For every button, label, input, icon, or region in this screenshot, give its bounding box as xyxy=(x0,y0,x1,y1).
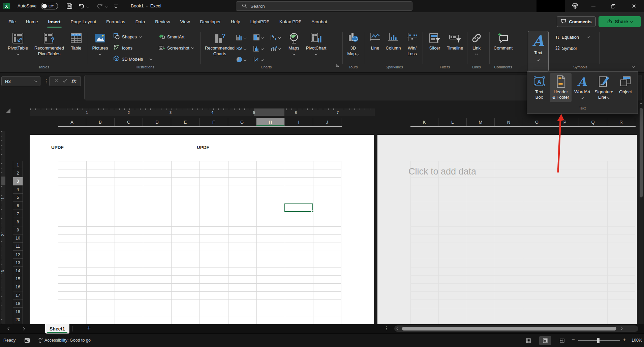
column-header-P[interactable]: P xyxy=(551,118,579,126)
zoom-slider-handle[interactable] xyxy=(597,338,600,343)
column-header-M[interactable]: M xyxy=(467,118,495,126)
page-header-left[interactable]: UPDF xyxy=(51,145,64,150)
dropdown-item-text-box[interactable]: ATextBox xyxy=(528,73,550,102)
tab-data[interactable]: Data xyxy=(130,17,150,27)
row-header-11[interactable]: 11 xyxy=(13,243,23,251)
insert-pie-chart-button[interactable] xyxy=(236,55,253,66)
addin-gem-icon[interactable] xyxy=(568,0,582,12)
tab-lightpdf[interactable]: LightPDF xyxy=(245,17,274,27)
insert-line-chart-button[interactable] xyxy=(236,43,253,55)
shapes-button[interactable]: Shapes xyxy=(113,33,141,40)
text-menu-button[interactable]: A Text xyxy=(528,31,549,71)
row-header-8[interactable]: 8 xyxy=(13,218,23,226)
column-header-J[interactable]: J xyxy=(313,118,341,126)
table-button[interactable]: Table xyxy=(67,31,85,71)
row-header-3[interactable]: 3 xyxy=(13,177,23,185)
sheet-grid-inactive[interactable] xyxy=(410,161,635,324)
screenshot-button[interactable]: Screenshot xyxy=(158,44,194,52)
pictures-button[interactable]: Pictures xyxy=(89,31,111,71)
share-button[interactable]: Share xyxy=(599,16,641,27)
scroll-left-icon[interactable] xyxy=(397,327,400,330)
scrollbar-resize-dots-icon[interactable]: ⋮ xyxy=(384,325,388,331)
row-header-5[interactable]: 5 xyxy=(13,194,23,202)
customize-toolbar-chevron-icon[interactable] xyxy=(115,5,117,8)
insert-scatter-chart-button[interactable] xyxy=(253,55,270,66)
row-header-9[interactable]: 9 xyxy=(13,226,23,234)
page-break-view-button[interactable] xyxy=(556,336,568,345)
insert-statistic-chart-button[interactable] xyxy=(253,43,270,55)
fill-handle[interactable] xyxy=(311,210,314,213)
collapse-ribbon-chevron-icon[interactable] xyxy=(632,65,635,68)
name-box[interactable]: H3 xyxy=(1,76,40,86)
save-icon[interactable] xyxy=(66,3,73,10)
3d-models-button[interactable]: 3D Models xyxy=(113,55,152,63)
column-header-N[interactable]: N xyxy=(495,118,523,126)
tab-acrobat[interactable]: Acrobat xyxy=(306,17,332,27)
row-header-7[interactable]: 7 xyxy=(13,210,23,218)
macro-record-icon[interactable] xyxy=(24,338,30,344)
insert-column-chart-button[interactable] xyxy=(236,32,253,43)
tab-insert[interactable]: Insert xyxy=(43,17,66,27)
column-header-Q[interactable]: Q xyxy=(579,118,607,126)
column-header-G[interactable]: G xyxy=(228,118,256,126)
insert-combo-chart-button[interactable] xyxy=(270,43,287,55)
tab-formulas[interactable]: Formulas xyxy=(101,17,130,27)
selected-cell-H3[interactable] xyxy=(284,203,313,212)
tab-help[interactable]: Help xyxy=(226,17,245,27)
row-header-19[interactable]: 19 xyxy=(13,308,23,316)
row-header-16[interactable]: 16 xyxy=(13,283,23,291)
zoom-out-button[interactable]: − xyxy=(572,337,575,343)
undo-icon[interactable] xyxy=(78,3,85,10)
zoom-in-button[interactable]: + xyxy=(623,337,626,343)
worksheet-page-2[interactable]: Click to add data xyxy=(377,135,637,324)
comments-button[interactable]: Comments xyxy=(557,16,596,27)
tab-file[interactable]: File xyxy=(3,17,21,27)
equation-button[interactable]: π Equation xyxy=(555,34,589,40)
dropdown-item-wordart[interactable]: AWordArt xyxy=(572,73,593,102)
column-header-F[interactable]: F xyxy=(200,118,228,126)
column-header-D[interactable]: D xyxy=(143,118,171,126)
sparkline-winloss-button[interactable]: Win/ Loss xyxy=(404,31,421,71)
smartart-button[interactable]: SmartArt xyxy=(158,33,184,40)
tab-review[interactable]: Review xyxy=(150,17,175,27)
customize-toolbar-icon[interactable] xyxy=(114,4,118,4)
column-header-L[interactable]: L xyxy=(438,118,466,126)
vertical-scrollbar-thumb[interactable] xyxy=(640,108,643,197)
tab-home[interactable]: Home xyxy=(21,17,43,27)
sheet-tab-sheet1[interactable]: Sheet1 xyxy=(45,324,69,334)
row-header-1[interactable]: 1 xyxy=(13,161,23,169)
insert-waterfall-chart-button[interactable] xyxy=(270,32,287,43)
dropdown-item-object[interactable]: Object xyxy=(615,73,636,102)
row-header-12[interactable]: 12 xyxy=(13,251,23,259)
new-sheet-button[interactable]: + xyxy=(87,324,91,332)
column-header-R[interactable]: R xyxy=(607,118,635,126)
row-header-2[interactable]: 2 xyxy=(13,169,23,177)
zoom-level-label[interactable]: 100% xyxy=(629,338,642,343)
horizontal-scrollbar[interactable] xyxy=(394,325,638,332)
search-input[interactable]: Search xyxy=(236,1,412,11)
page-header-center[interactable]: UPDF xyxy=(197,145,209,150)
row-header-13[interactable]: 13 xyxy=(13,259,23,267)
undo-menu-chevron-icon[interactable] xyxy=(87,5,89,8)
excel-logo-icon[interactable]: X xyxy=(3,2,10,11)
column-header-B[interactable]: B xyxy=(86,118,115,126)
row-header-14[interactable]: 14 xyxy=(13,267,23,275)
tab-view[interactable]: View xyxy=(175,17,195,27)
normal-view-button[interactable] xyxy=(522,336,534,345)
accessibility-icon[interactable] xyxy=(37,338,43,344)
row-header-18[interactable]: 18 xyxy=(13,299,23,308)
autosave-toggle[interactable]: Off xyxy=(41,3,58,9)
sheet-grid[interactable] xyxy=(58,161,341,324)
maps-button[interactable]: Maps xyxy=(286,31,302,71)
tab-page-layout[interactable]: Page Layout xyxy=(66,17,101,27)
dropdown-item-header-footer[interactable]: Header& Footer xyxy=(550,73,572,102)
insert-hierarchy-chart-button[interactable] xyxy=(253,32,270,43)
tab-kofax-pdf[interactable]: Kofax PDF xyxy=(274,17,306,27)
symbol-button[interactable]: Ω Symbol xyxy=(555,45,577,52)
formula-bar-drag-dots-icon[interactable]: ⋮ xyxy=(44,78,49,84)
column-header-A[interactable]: A xyxy=(58,118,86,126)
tab-developer[interactable]: Developer xyxy=(195,17,226,27)
row-header-6[interactable]: 6 xyxy=(13,202,23,210)
dropdown-item-signature-line[interactable]: SignatureLine xyxy=(593,73,615,102)
scroll-right-icon[interactable] xyxy=(619,327,623,330)
